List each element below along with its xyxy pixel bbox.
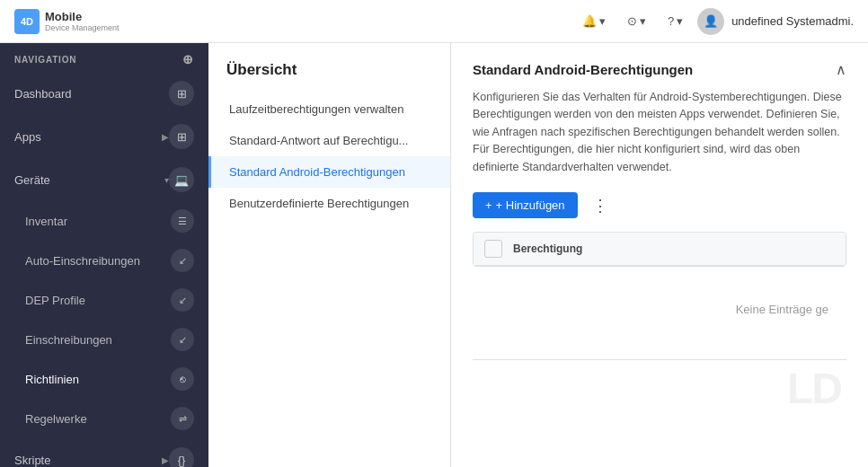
topbar: 4D Mobile Device Management 🔔 ▾ ⊙ ▾ ? ▾ …: [0, 0, 868, 43]
inventar-icon: ☰: [171, 209, 194, 233]
nav-header: NAVIGATION ⊕: [0, 43, 208, 72]
nav-link-standard-antwort[interactable]: Standard-Antwort auf Berechtigu...: [208, 125, 450, 156]
sidebar-item-auto-einschreibungen[interactable]: Auto-Einschreibungen ↙: [0, 241, 208, 280]
toolbar: + + Hinzufügen ⋮: [473, 192, 846, 219]
einschreibungen-icon: ↙: [171, 328, 194, 351]
main-layout: NAVIGATION ⊕ Dashboard ⊞ Apps ▶ ⊞ Geräte…: [0, 43, 868, 467]
logo-icon: 4D: [14, 9, 40, 34]
nav-header-icon: ⊕: [182, 52, 194, 66]
check-circle-icon: ⊙: [627, 14, 637, 28]
sidebar-item-skripte[interactable]: Skripte ▶ {}: [0, 438, 208, 467]
section-title: Standard Android-Berechtigungen: [473, 62, 693, 77]
more-options-button[interactable]: ⋮: [585, 192, 616, 219]
bell-icon: 🔔: [582, 14, 597, 28]
sidebar-item-regelwerke[interactable]: Regelwerke ⇌: [0, 399, 208, 438]
panel-description: Konfigurieren Sie das Verhalten für Andr…: [473, 89, 846, 176]
topbar-actions: 🔔 ▾ ⊙ ▾ ? ▾ 👤 undefined Systemadmi.: [575, 8, 854, 35]
status-button[interactable]: ⊙ ▾: [620, 11, 653, 31]
permissions-table: Berechtigung: [473, 232, 846, 267]
app-name: Mobile: [45, 10, 120, 24]
header-checkbox[interactable]: [484, 240, 502, 258]
content-area: Übersicht Laufzeitberechtigungen verwalt…: [208, 43, 868, 467]
dep-icon: ↙: [171, 288, 194, 312]
help-button[interactable]: ? ▾: [660, 11, 690, 31]
panel-section-header: Standard Android-Berechtigungen ∧: [473, 61, 846, 78]
sidebar: NAVIGATION ⊕ Dashboard ⊞ Apps ▶ ⊞ Geräte…: [0, 43, 208, 467]
apps-icon: ⊞: [169, 124, 194, 149]
geraete-icon: 💻: [169, 167, 194, 192]
sidebar-item-inventar[interactable]: Inventar ☰: [0, 201, 208, 241]
regelwerke-icon: ⇌: [171, 407, 194, 430]
avatar-icon: 👤: [704, 14, 718, 28]
app-logo: 4D Mobile Device Management: [14, 9, 221, 34]
help-chevron: ▾: [677, 14, 683, 28]
nav-link-laufzeit[interactable]: Laufzeitberechtigungen verwalten: [208, 93, 450, 125]
more-icon: ⋮: [592, 197, 608, 215]
sidebar-item-einschreibungen[interactable]: Einschreibungen ↙: [0, 320, 208, 359]
right-panel: Standard Android-Berechtigungen ∧ Konfig…: [451, 43, 868, 467]
bell-chevron: ▾: [599, 14, 606, 28]
sidebar-item-apps[interactable]: Apps ▶ ⊞: [0, 115, 208, 158]
username: undefined Systemadmi.: [731, 14, 854, 28]
richtlinien-icon: ⎋: [171, 367, 194, 391]
add-button[interactable]: + + Hinzufügen: [473, 192, 578, 218]
plus-icon: +: [485, 198, 492, 212]
empty-state: Keine Einträge ge: [473, 267, 846, 352]
auto-ein-icon: ↙: [171, 249, 194, 272]
help-icon: ?: [668, 14, 674, 28]
app-sub: Device Management: [45, 23, 120, 32]
skripte-icon: {}: [169, 447, 194, 467]
skripte-chevron: ▶: [162, 455, 169, 465]
col-berechtigung: Berechtigung: [513, 242, 582, 255]
sidebar-item-dep-profile[interactable]: DEP Profile ↙: [0, 280, 208, 320]
sidebar-item-richtlinien[interactable]: Richtlinien ⎋: [0, 359, 208, 399]
apps-chevron: ▶: [162, 132, 169, 142]
dashboard-icon: ⊞: [169, 81, 194, 106]
left-panel: Übersicht Laufzeitberechtigungen verwalt…: [208, 43, 451, 467]
collapse-button[interactable]: ∧: [836, 61, 846, 78]
avatar[interactable]: 👤: [697, 8, 724, 35]
panel-title: Übersicht: [208, 61, 450, 93]
sidebar-item-geraete[interactable]: Geräte ▾ 💻: [0, 158, 208, 201]
divider: [473, 359, 846, 360]
nav-link-benutzerdefinierte[interactable]: Benutzerdefinierte Berechtigungen: [208, 188, 450, 219]
sidebar-item-dashboard[interactable]: Dashboard ⊞: [0, 72, 208, 115]
nav-link-standard-android[interactable]: Standard Android-Berechtigungen: [208, 156, 450, 188]
status-chevron: ▾: [640, 14, 646, 28]
notifications-button[interactable]: 🔔 ▾: [575, 11, 613, 31]
watermark: LD: [787, 364, 841, 413]
table-header-row: Berechtigung: [474, 233, 846, 266]
